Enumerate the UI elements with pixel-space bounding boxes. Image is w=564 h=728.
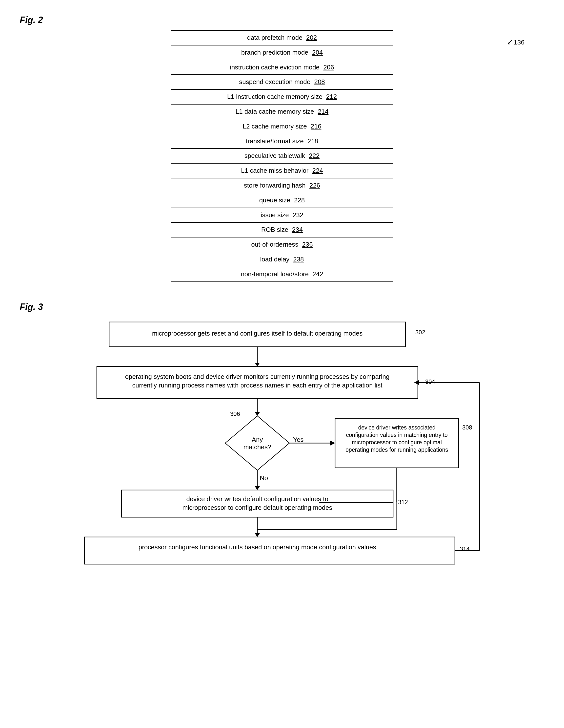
svg-text:312: 312	[398, 499, 408, 505]
svg-text:314: 314	[460, 546, 470, 552]
svg-text:microprocessor gets reset and : microprocessor gets reset and configures…	[152, 330, 363, 337]
fig2-container: data prefetch mode 202branch prediction …	[20, 30, 544, 282]
table-row: L2 cache memory size 216	[171, 119, 393, 134]
fig2-ref: 136	[507, 38, 524, 46]
table-row: out-of-orderness 236	[171, 237, 393, 252]
svg-rect-27	[122, 490, 393, 517]
svg-text:302: 302	[415, 329, 425, 336]
table-row: issue size 232	[171, 208, 393, 223]
table-row: data prefetch mode 202	[171, 30, 393, 45]
svg-text:306: 306	[230, 410, 240, 417]
table-row: L1 instruction cache memory size 212	[171, 89, 393, 104]
svg-text:308: 308	[462, 424, 472, 431]
fig3-label: Fig. 3	[20, 302, 544, 312]
svg-text:No: No	[260, 474, 268, 482]
fig2-label: Fig. 2	[20, 15, 544, 25]
svg-marker-34	[255, 533, 260, 537]
svg-text:processor configures functiona: processor configures functional units ba…	[139, 543, 376, 551]
svg-text:microprocessor to configure de: microprocessor to configure default oper…	[183, 504, 332, 511]
svg-text:matches?: matches?	[244, 443, 272, 451]
svg-marker-26	[255, 486, 260, 490]
table-row: branch prediction mode 204	[171, 45, 393, 60]
table-row: store forwarding hash 226	[171, 178, 393, 193]
svg-text:Yes: Yes	[293, 436, 303, 443]
svg-marker-4	[255, 363, 260, 366]
table-row: speculative tablewalk 222	[171, 149, 393, 163]
table-row: non-temporal load/store 242	[171, 267, 393, 282]
svg-text:operating modes for running ap: operating modes for running applications	[345, 447, 448, 453]
table-row: L1 cache miss behavior 224	[171, 163, 393, 178]
table-row: instruction cache eviction mode 206	[171, 60, 393, 75]
svg-text:304: 304	[425, 378, 435, 385]
fig2-table: data prefetch mode 202branch prediction …	[171, 30, 393, 282]
table-row: load delay 238	[171, 252, 393, 267]
table-row: L1 data cache memory size 214	[171, 104, 393, 119]
svg-text:currently running process name: currently running process names with pro…	[132, 382, 382, 389]
table-row: suspend execution mode 208	[171, 75, 393, 89]
svg-text:operating system boots and dev: operating system boots and device driver…	[125, 373, 390, 380]
svg-marker-17	[330, 441, 335, 446]
table-row: queue size 228	[171, 193, 393, 208]
svg-text:configuration values in matchi: configuration values in matching entry t…	[346, 432, 448, 438]
svg-text:microprocessor to configure op: microprocessor to configure optimal	[352, 439, 442, 446]
table-row: translate/format size 218	[171, 134, 393, 149]
svg-text:Any: Any	[252, 436, 263, 443]
svg-text:device driver writes default c: device driver writes default configurati…	[186, 495, 328, 503]
table-row: ROB size 234	[171, 222, 393, 237]
fig3-flowchart: microprocessor gets reset and configures…	[72, 317, 492, 728]
svg-text:device driver writes associate: device driver writes associated	[358, 424, 435, 431]
svg-marker-10	[255, 412, 260, 416]
